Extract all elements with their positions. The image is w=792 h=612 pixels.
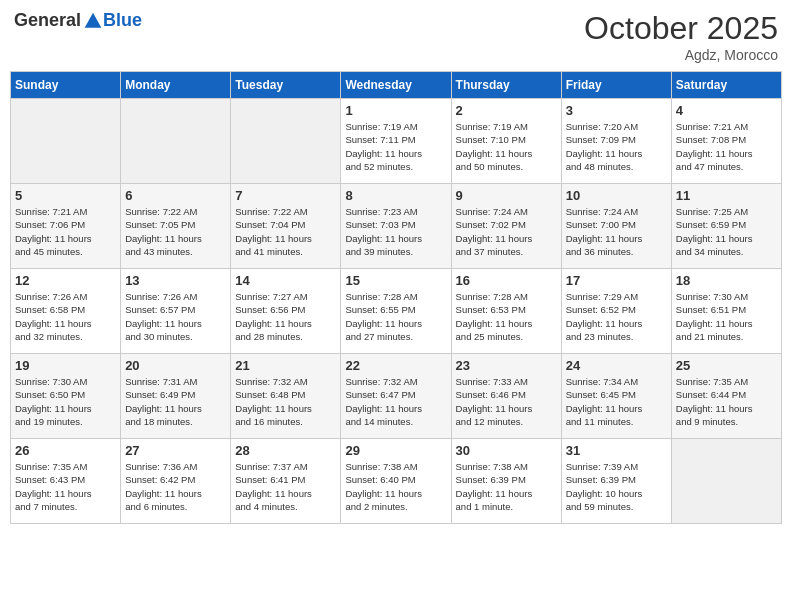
svg-marker-0 <box>85 12 102 27</box>
calendar-cell: 28Sunrise: 7:37 AM Sunset: 6:41 PM Dayli… <box>231 439 341 524</box>
calendar-cell: 9Sunrise: 7:24 AM Sunset: 7:02 PM Daylig… <box>451 184 561 269</box>
calendar-cell <box>671 439 781 524</box>
calendar-cell: 12Sunrise: 7:26 AM Sunset: 6:58 PM Dayli… <box>11 269 121 354</box>
calendar-cell: 29Sunrise: 7:38 AM Sunset: 6:40 PM Dayli… <box>341 439 451 524</box>
day-info: Sunrise: 7:24 AM Sunset: 7:00 PM Dayligh… <box>566 205 667 258</box>
calendar-cell: 25Sunrise: 7:35 AM Sunset: 6:44 PM Dayli… <box>671 354 781 439</box>
day-info: Sunrise: 7:23 AM Sunset: 7:03 PM Dayligh… <box>345 205 446 258</box>
day-info: Sunrise: 7:39 AM Sunset: 6:39 PM Dayligh… <box>566 460 667 513</box>
day-number: 31 <box>566 443 667 458</box>
calendar-cell: 7Sunrise: 7:22 AM Sunset: 7:04 PM Daylig… <box>231 184 341 269</box>
day-number: 12 <box>15 273 116 288</box>
calendar-cell: 24Sunrise: 7:34 AM Sunset: 6:45 PM Dayli… <box>561 354 671 439</box>
day-info: Sunrise: 7:20 AM Sunset: 7:09 PM Dayligh… <box>566 120 667 173</box>
weekday-header-tuesday: Tuesday <box>231 72 341 99</box>
calendar-cell: 27Sunrise: 7:36 AM Sunset: 6:42 PM Dayli… <box>121 439 231 524</box>
day-number: 23 <box>456 358 557 373</box>
calendar-cell: 17Sunrise: 7:29 AM Sunset: 6:52 PM Dayli… <box>561 269 671 354</box>
calendar-cell: 21Sunrise: 7:32 AM Sunset: 6:48 PM Dayli… <box>231 354 341 439</box>
day-number: 21 <box>235 358 336 373</box>
day-info: Sunrise: 7:26 AM Sunset: 6:57 PM Dayligh… <box>125 290 226 343</box>
page-header: General Blue October 2025 Agdz, Morocco <box>10 10 782 63</box>
calendar-cell: 11Sunrise: 7:25 AM Sunset: 6:59 PM Dayli… <box>671 184 781 269</box>
calendar-cell: 26Sunrise: 7:35 AM Sunset: 6:43 PM Dayli… <box>11 439 121 524</box>
day-info: Sunrise: 7:34 AM Sunset: 6:45 PM Dayligh… <box>566 375 667 428</box>
calendar-cell: 31Sunrise: 7:39 AM Sunset: 6:39 PM Dayli… <box>561 439 671 524</box>
day-info: Sunrise: 7:28 AM Sunset: 6:53 PM Dayligh… <box>456 290 557 343</box>
day-number: 13 <box>125 273 226 288</box>
day-info: Sunrise: 7:38 AM Sunset: 6:39 PM Dayligh… <box>456 460 557 513</box>
day-info: Sunrise: 7:28 AM Sunset: 6:55 PM Dayligh… <box>345 290 446 343</box>
calendar-cell: 20Sunrise: 7:31 AM Sunset: 6:49 PM Dayli… <box>121 354 231 439</box>
calendar-cell: 2Sunrise: 7:19 AM Sunset: 7:10 PM Daylig… <box>451 99 561 184</box>
day-number: 8 <box>345 188 446 203</box>
day-number: 28 <box>235 443 336 458</box>
day-number: 16 <box>456 273 557 288</box>
title-area: October 2025 Agdz, Morocco <box>584 10 778 63</box>
calendar-cell: 8Sunrise: 7:23 AM Sunset: 7:03 PM Daylig… <box>341 184 451 269</box>
weekday-header-sunday: Sunday <box>11 72 121 99</box>
day-info: Sunrise: 7:36 AM Sunset: 6:42 PM Dayligh… <box>125 460 226 513</box>
calendar-cell: 1Sunrise: 7:19 AM Sunset: 7:11 PM Daylig… <box>341 99 451 184</box>
calendar-cell: 15Sunrise: 7:28 AM Sunset: 6:55 PM Dayli… <box>341 269 451 354</box>
day-number: 22 <box>345 358 446 373</box>
day-number: 9 <box>456 188 557 203</box>
calendar-table: SundayMondayTuesdayWednesdayThursdayFrid… <box>10 71 782 524</box>
weekday-header-friday: Friday <box>561 72 671 99</box>
day-number: 20 <box>125 358 226 373</box>
day-number: 1 <box>345 103 446 118</box>
day-number: 3 <box>566 103 667 118</box>
calendar-cell: 19Sunrise: 7:30 AM Sunset: 6:50 PM Dayli… <box>11 354 121 439</box>
calendar-cell: 13Sunrise: 7:26 AM Sunset: 6:57 PM Dayli… <box>121 269 231 354</box>
day-info: Sunrise: 7:32 AM Sunset: 6:48 PM Dayligh… <box>235 375 336 428</box>
day-number: 15 <box>345 273 446 288</box>
calendar-cell: 10Sunrise: 7:24 AM Sunset: 7:00 PM Dayli… <box>561 184 671 269</box>
logo-icon <box>83 11 103 31</box>
weekday-header-wednesday: Wednesday <box>341 72 451 99</box>
month-title: October 2025 <box>584 10 778 47</box>
week-row-2: 5Sunrise: 7:21 AM Sunset: 7:06 PM Daylig… <box>11 184 782 269</box>
day-info: Sunrise: 7:19 AM Sunset: 7:10 PM Dayligh… <box>456 120 557 173</box>
day-info: Sunrise: 7:38 AM Sunset: 6:40 PM Dayligh… <box>345 460 446 513</box>
calendar-cell: 6Sunrise: 7:22 AM Sunset: 7:05 PM Daylig… <box>121 184 231 269</box>
weekday-header-saturday: Saturday <box>671 72 781 99</box>
calendar-cell: 18Sunrise: 7:30 AM Sunset: 6:51 PM Dayli… <box>671 269 781 354</box>
day-info: Sunrise: 7:24 AM Sunset: 7:02 PM Dayligh… <box>456 205 557 258</box>
calendar-cell: 5Sunrise: 7:21 AM Sunset: 7:06 PM Daylig… <box>11 184 121 269</box>
day-number: 17 <box>566 273 667 288</box>
logo-general: General <box>14 10 81 31</box>
day-info: Sunrise: 7:21 AM Sunset: 7:06 PM Dayligh… <box>15 205 116 258</box>
day-number: 11 <box>676 188 777 203</box>
week-row-3: 12Sunrise: 7:26 AM Sunset: 6:58 PM Dayli… <box>11 269 782 354</box>
location: Agdz, Morocco <box>584 47 778 63</box>
day-number: 30 <box>456 443 557 458</box>
day-number: 5 <box>15 188 116 203</box>
week-row-4: 19Sunrise: 7:30 AM Sunset: 6:50 PM Dayli… <box>11 354 782 439</box>
day-info: Sunrise: 7:30 AM Sunset: 6:51 PM Dayligh… <box>676 290 777 343</box>
day-info: Sunrise: 7:25 AM Sunset: 6:59 PM Dayligh… <box>676 205 777 258</box>
day-number: 4 <box>676 103 777 118</box>
day-info: Sunrise: 7:37 AM Sunset: 6:41 PM Dayligh… <box>235 460 336 513</box>
logo-blue: Blue <box>103 10 142 31</box>
calendar-cell: 14Sunrise: 7:27 AM Sunset: 6:56 PM Dayli… <box>231 269 341 354</box>
weekday-header-row: SundayMondayTuesdayWednesdayThursdayFrid… <box>11 72 782 99</box>
day-info: Sunrise: 7:31 AM Sunset: 6:49 PM Dayligh… <box>125 375 226 428</box>
day-number: 29 <box>345 443 446 458</box>
day-info: Sunrise: 7:22 AM Sunset: 7:05 PM Dayligh… <box>125 205 226 258</box>
day-number: 26 <box>15 443 116 458</box>
day-info: Sunrise: 7:27 AM Sunset: 6:56 PM Dayligh… <box>235 290 336 343</box>
calendar-cell: 3Sunrise: 7:20 AM Sunset: 7:09 PM Daylig… <box>561 99 671 184</box>
day-info: Sunrise: 7:35 AM Sunset: 6:43 PM Dayligh… <box>15 460 116 513</box>
day-info: Sunrise: 7:30 AM Sunset: 6:50 PM Dayligh… <box>15 375 116 428</box>
calendar-cell <box>121 99 231 184</box>
day-info: Sunrise: 7:35 AM Sunset: 6:44 PM Dayligh… <box>676 375 777 428</box>
calendar-cell: 16Sunrise: 7:28 AM Sunset: 6:53 PM Dayli… <box>451 269 561 354</box>
calendar-cell <box>11 99 121 184</box>
day-info: Sunrise: 7:22 AM Sunset: 7:04 PM Dayligh… <box>235 205 336 258</box>
calendar-cell <box>231 99 341 184</box>
day-number: 27 <box>125 443 226 458</box>
day-info: Sunrise: 7:29 AM Sunset: 6:52 PM Dayligh… <box>566 290 667 343</box>
weekday-header-thursday: Thursday <box>451 72 561 99</box>
day-number: 24 <box>566 358 667 373</box>
calendar-cell: 30Sunrise: 7:38 AM Sunset: 6:39 PM Dayli… <box>451 439 561 524</box>
